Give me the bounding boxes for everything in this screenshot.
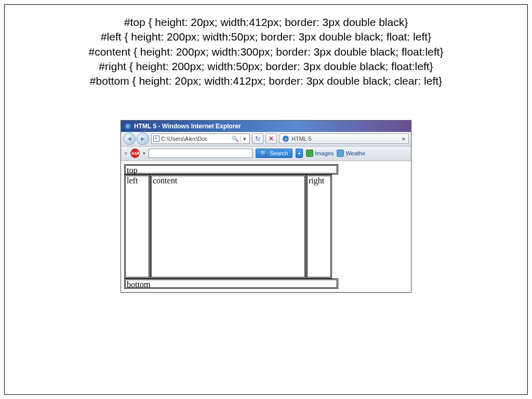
window-title: HTML 5 - Windows Internet Explorer xyxy=(134,123,241,130)
images-icon xyxy=(306,150,313,157)
toolbar-search-button[interactable]: 🔍 Search xyxy=(256,149,292,158)
ask-dropdown-icon[interactable]: ▾ xyxy=(143,151,145,156)
address-text: C:\Users\Alex\Doc xyxy=(161,136,230,142)
toolbar-weather-button[interactable]: Weathe xyxy=(337,150,365,157)
toolbar-close-button[interactable]: × xyxy=(124,150,127,156)
ask-logo-icon: Ask xyxy=(130,149,140,158)
page-viewport: top left content right bottom xyxy=(121,161,411,292)
search-glyph-icon: 🔍 xyxy=(232,136,239,142)
browser-tab[interactable]: e HTML 5 × xyxy=(279,134,409,144)
back-button[interactable]: ◄ xyxy=(123,132,136,145)
css-line: #right { height: 200px; width:50px; bord… xyxy=(25,59,507,74)
layout-top: top xyxy=(124,164,338,175)
tab-label: HTML 5 xyxy=(291,136,312,142)
address-bar[interactable]: C:\Users\Alex\Doc 🔍 ▾ xyxy=(151,134,250,144)
window-titlebar: e HTML 5 - Windows Internet Explorer xyxy=(121,121,411,132)
toolbar-images-button[interactable]: Images xyxy=(306,150,334,157)
search-dropdown-button[interactable]: ▾ xyxy=(296,149,303,158)
css-code-block: #top { height: 20px; width:412px; border… xyxy=(25,15,507,89)
layout-content: content xyxy=(150,175,306,278)
browser-navbar: ◄ ► C:\Users\Alex\Doc 🔍 ▾ ↻ ✕ e HTML 5 × xyxy=(121,132,411,147)
stop-button[interactable]: ✕ xyxy=(265,134,277,144)
css-line: #left { height: 200px; width:50px; borde… xyxy=(25,30,507,44)
ie-icon: e xyxy=(124,123,131,130)
refresh-button[interactable]: ↻ xyxy=(252,134,263,144)
layout-left: left xyxy=(124,175,150,278)
search-button-label: Search xyxy=(270,150,288,156)
forward-button[interactable]: ► xyxy=(137,132,149,145)
layout-right: right xyxy=(306,175,332,278)
browser-window: e HTML 5 - Windows Internet Explorer ◄ ►… xyxy=(121,120,411,292)
tab-favicon-icon: e xyxy=(283,136,289,142)
toolbar-search-input[interactable] xyxy=(149,149,252,158)
magnifier-icon: 🔍 xyxy=(260,150,268,157)
tab-close-button[interactable]: × xyxy=(402,136,405,142)
css-line: #bottom { height: 20px; width:412px; bor… xyxy=(25,74,507,88)
slide-frame: #top { height: 20px; width:412px; border… xyxy=(4,4,528,395)
toolbar-images-label: Images xyxy=(315,150,334,156)
page-icon xyxy=(153,136,159,142)
css-line: #top { height: 20px; width:412px; border… xyxy=(25,15,507,30)
css-line: #content { height: 200px; width:300px; b… xyxy=(25,45,507,59)
layout-bottom: bottom xyxy=(124,278,338,289)
weather-icon xyxy=(337,150,344,157)
address-dropdown-icon[interactable]: ▾ xyxy=(241,136,248,142)
ask-toolbar: × Ask ▾ 🔍 Search ▾ Images Weathe xyxy=(121,147,411,161)
toolbar-weather-label: Weathe xyxy=(345,150,365,156)
